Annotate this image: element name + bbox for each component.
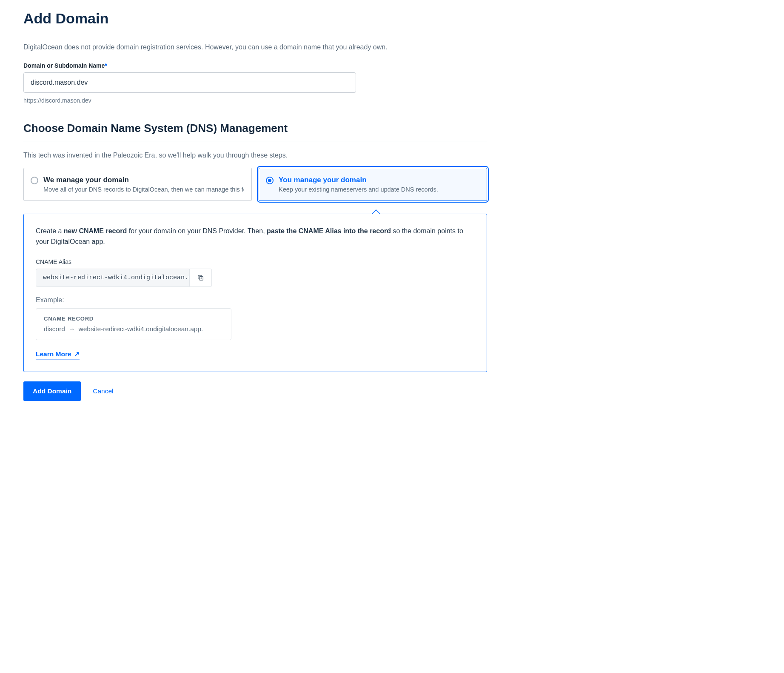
copy-icon [197, 274, 204, 281]
radio-icon [31, 177, 38, 184]
svg-rect-1 [198, 275, 202, 279]
example-heading: CNAME RECORD [44, 315, 223, 322]
example-label: Example: [36, 296, 475, 304]
radio-we-manage-desc: Move all of your DNS records to DigitalO… [43, 186, 244, 193]
callout-instructions: Create a new CNAME record for your domai… [36, 226, 475, 247]
radio-you-manage-desc: Keep your existing nameservers and updat… [279, 186, 479, 193]
required-star: * [105, 62, 107, 69]
copy-alias-button[interactable] [190, 269, 212, 287]
domain-field-label: Domain or Subdomain Name* [23, 62, 487, 69]
domain-input[interactable] [23, 72, 356, 93]
radio-we-manage[interactable]: We manage your domain Move all of your D… [23, 168, 252, 201]
example-to: website-redirect-wdki4.ondigitalocean.ap… [78, 325, 203, 333]
example-box: CNAME RECORD discord → website-redirect-… [36, 308, 231, 340]
example-from: discord [44, 325, 65, 333]
svg-rect-0 [200, 276, 203, 280]
arrow-right-icon: → [68, 325, 75, 333]
callout-arrow-icon [371, 209, 381, 214]
intro-text: DigitalOcean does not provide domain reg… [23, 43, 487, 51]
radio-you-manage[interactable]: You manage your domain Keep your existin… [259, 168, 487, 201]
radio-icon [266, 177, 274, 184]
learn-more-link[interactable]: Learn More ↗ [36, 350, 80, 360]
divider [23, 141, 487, 141]
cancel-button[interactable]: Cancel [90, 387, 116, 395]
external-link-icon: ↗ [74, 350, 80, 358]
page-title: Add Domain [23, 10, 487, 27]
divider [23, 33, 487, 33]
radio-we-manage-title: We manage your domain [43, 176, 244, 184]
radio-you-manage-title: You manage your domain [279, 176, 479, 184]
cname-alias-value: website-redirect-wdki4.ondigitalocean.ap… [36, 269, 190, 287]
dns-intro-text: This tech was invented in the Paleozoic … [23, 152, 487, 159]
domain-helper-text: https://discord.mason.dev [23, 97, 487, 104]
dns-section-title: Choose Domain Name System (DNS) Manageme… [23, 122, 487, 135]
cname-alias-label: CNAME Alias [36, 258, 475, 265]
add-domain-button[interactable]: Add Domain [23, 381, 81, 401]
dns-callout: Create a new CNAME record for your domai… [23, 214, 487, 372]
